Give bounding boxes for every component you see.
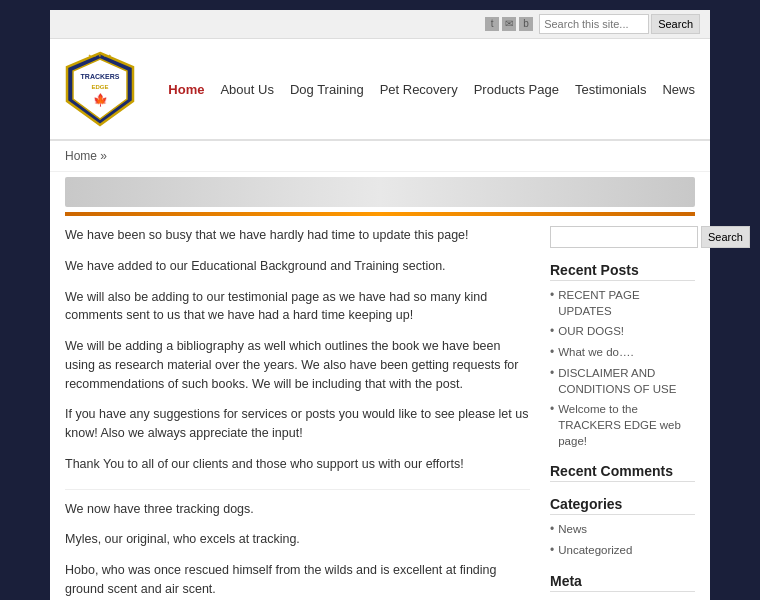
- recent-posts-list: RECENT PAGE UPDATES OUR DOGS! What we do…: [550, 287, 695, 449]
- sidebar-search-input[interactable]: [550, 226, 698, 248]
- category-news[interactable]: News: [558, 521, 587, 537]
- recent-comments-section: Recent Comments: [550, 463, 695, 482]
- nav-testimonials[interactable]: Testimonials: [575, 82, 647, 97]
- list-item: OUR DOGS!: [550, 323, 695, 340]
- recent-posts-section: Recent Posts RECENT PAGE UPDATES OUR DOG…: [550, 262, 695, 449]
- content-paragraph-6: Thank You to all of our clients and thos…: [65, 455, 530, 474]
- nav-dog-training[interactable]: Dog Training: [290, 82, 364, 97]
- rss-icon[interactable]: b: [519, 17, 533, 31]
- nav-pet-recovery[interactable]: Pet Recovery: [380, 82, 458, 97]
- recent-post-link-4[interactable]: DISCLAIMER AND CONDITIONS OF USE: [558, 365, 695, 397]
- dog-myles: Myles, our original, who excels at track…: [65, 530, 530, 549]
- logo-area: TRACKERS EDGE 🍁 ★ ★ ★ ★ ★: [65, 49, 135, 129]
- categories-list: News Uncategorized: [550, 521, 695, 559]
- breadcrumb-text: Home »: [65, 149, 107, 163]
- svg-text:TRACKERS: TRACKERS: [81, 73, 120, 80]
- top-search-input[interactable]: [539, 14, 649, 34]
- sidebar-search: Search: [550, 226, 695, 248]
- svg-text:🍁: 🍁: [93, 92, 108, 107]
- top-search-bar: Search: [539, 14, 700, 34]
- recent-post-link-1[interactable]: RECENT PAGE UPDATES: [558, 287, 695, 319]
- dogs-section: We now have three tracking dogs. Myles, …: [65, 489, 530, 601]
- recent-comments-heading: Recent Comments: [550, 463, 695, 482]
- main-layout: We have been so busy that we have hardly…: [50, 216, 710, 600]
- categories-heading: Categories: [550, 496, 695, 515]
- top-search-button[interactable]: Search: [651, 14, 700, 34]
- top-bar-icons: t ✉ b: [485, 17, 533, 31]
- nav-area: Home About Us Dog Training Pet Recovery …: [155, 82, 695, 97]
- recent-post-link-5[interactable]: Welcome to the TRACKERS EDGE web page!: [558, 401, 695, 449]
- content-paragraph-4: We will be adding a bibliography as well…: [65, 337, 530, 393]
- top-bar: t ✉ b Search: [50, 10, 710, 39]
- list-item: News: [550, 521, 695, 538]
- svg-text:★ ★ ★ ★ ★: ★ ★ ★ ★ ★: [88, 53, 112, 58]
- nav-products-page[interactable]: Products Page: [474, 82, 559, 97]
- recent-post-link-2[interactable]: OUR DOGS!: [558, 323, 624, 339]
- sidebar: Search Recent Posts RECENT PAGE UPDATES …: [550, 226, 695, 600]
- banner-area: [65, 177, 695, 207]
- nav-home[interactable]: Home: [168, 82, 204, 97]
- breadcrumb: Home »: [50, 141, 710, 172]
- nav-about-us[interactable]: About Us: [220, 82, 273, 97]
- dog-hobo: Hobo, who was once rescued himself from …: [65, 561, 530, 599]
- twitter-icon[interactable]: t: [485, 17, 499, 31]
- category-uncategorized[interactable]: Uncategorized: [558, 542, 632, 558]
- site-header: TRACKERS EDGE 🍁 ★ ★ ★ ★ ★ Home About Us …: [50, 39, 710, 141]
- content-paragraph-1: We have been so busy that we have hardly…: [65, 226, 530, 245]
- list-item: RECENT PAGE UPDATES: [550, 287, 695, 319]
- site-wrapper: t ✉ b Search TRACKERS EDGE 🍁: [50, 10, 710, 600]
- dogs-intro: We now have three tracking dogs.: [65, 500, 530, 519]
- content-paragraph-2: We have added to our Educational Backgro…: [65, 257, 530, 276]
- sidebar-search-button[interactable]: Search: [701, 226, 750, 248]
- recent-posts-heading: Recent Posts: [550, 262, 695, 281]
- main-nav: Home About Us Dog Training Pet Recovery …: [168, 82, 695, 97]
- recent-post-link-3[interactable]: What we do….: [558, 344, 633, 360]
- list-item: DISCLAIMER AND CONDITIONS OF USE: [550, 365, 695, 397]
- meta-heading: Meta: [550, 573, 695, 592]
- categories-section: Categories News Uncategorized: [550, 496, 695, 559]
- svg-text:EDGE: EDGE: [91, 84, 108, 90]
- content-area: We have been so busy that we have hardly…: [65, 226, 530, 600]
- logo-badge: TRACKERS EDGE 🍁 ★ ★ ★ ★ ★: [65, 49, 135, 129]
- meta-section: Meta Register Log in Entries feed Commen…: [550, 573, 695, 600]
- content-paragraph-5: If you have any suggestions for services…: [65, 405, 530, 443]
- list-item: Uncategorized: [550, 542, 695, 559]
- nav-news[interactable]: News: [662, 82, 695, 97]
- list-item: Welcome to the TRACKERS EDGE web page!: [550, 401, 695, 449]
- mail-icon[interactable]: ✉: [502, 17, 516, 31]
- list-item: What we do….: [550, 344, 695, 361]
- content-paragraph-3: We will also be adding to our testimonia…: [65, 288, 530, 326]
